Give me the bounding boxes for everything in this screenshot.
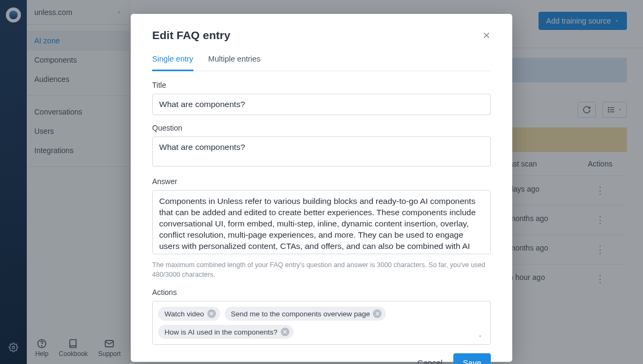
modal-title: Edit FAQ entry: [152, 29, 230, 42]
remove-pill-icon[interactable]: ✕: [281, 328, 289, 336]
edit-faq-modal: Edit FAQ entry Single entry Multiple ent…: [131, 14, 512, 362]
close-button[interactable]: [482, 31, 491, 40]
action-pill[interactable]: Send me to the components overview page …: [225, 307, 386, 321]
tab-multiple-entries[interactable]: Multiple entries: [208, 55, 261, 71]
answer-textarea[interactable]: Components in Unless refer to various bu…: [152, 190, 491, 254]
actions-dropdown-caret[interactable]: [477, 331, 485, 339]
title-input[interactable]: [152, 94, 491, 115]
save-button[interactable]: Save: [453, 353, 491, 364]
char-count-help: The maximum combined length of your FAQ …: [152, 261, 491, 279]
label-actions: Actions: [152, 288, 491, 297]
pill-label: Send me to the components overview page: [231, 310, 370, 318]
remove-pill-icon[interactable]: ✕: [373, 309, 382, 318]
cancel-button[interactable]: Cancel: [417, 358, 443, 364]
tab-label: Multiple entries: [208, 55, 261, 63]
tab-single-entry[interactable]: Single entry: [152, 55, 193, 71]
tab-label: Single entry: [152, 55, 193, 63]
action-pill[interactable]: How is AI used in the components? ✕: [158, 325, 294, 339]
pill-label: Watch video: [165, 310, 204, 318]
label-title: Title: [152, 81, 491, 89]
question-textarea[interactable]: What are components?: [152, 136, 491, 166]
label-question: Question: [152, 124, 491, 132]
modal-overlay: Edit FAQ entry Single entry Multiple ent…: [0, 0, 643, 364]
label-answer: Answer: [152, 177, 491, 186]
actions-field[interactable]: Watch video ✕ Send me to the components …: [152, 301, 491, 345]
pill-label: How is AI used in the components?: [165, 328, 278, 336]
close-icon: [482, 31, 491, 40]
modal-tabs: Single entry Multiple entries: [152, 55, 491, 71]
remove-pill-icon[interactable]: ✕: [207, 309, 216, 318]
action-pill[interactable]: Watch video ✕: [158, 307, 220, 321]
caret-down-icon: [477, 333, 483, 339]
